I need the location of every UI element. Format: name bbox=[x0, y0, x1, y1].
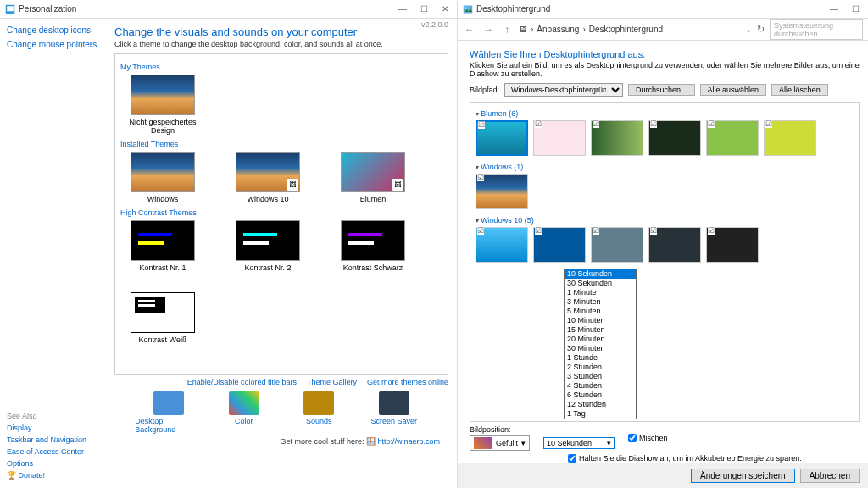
interval-option[interactable]: 1 Minute bbox=[565, 288, 636, 297]
interval-option[interactable]: 1 Tag bbox=[565, 409, 636, 419]
interval-option[interactable]: 5 Minuten bbox=[565, 307, 636, 316]
wallpaper-thumb[interactable] bbox=[533, 227, 586, 263]
interval-option[interactable]: 12 Stunden bbox=[565, 400, 636, 409]
interval-option[interactable]: 15 Minuten bbox=[565, 325, 636, 335]
see-also-link[interactable]: Ease of Access Center bbox=[7, 447, 117, 456]
personalization-window: Personalization — ☐ ✕ v2.2.0.0 Change de… bbox=[0, 0, 458, 488]
theme-link[interactable]: Get more themes online bbox=[367, 378, 448, 386]
titlebar-right: Desktophintergrund — ☐ bbox=[458, 0, 868, 19]
breadcrumb-dropdown-icon[interactable]: ⌄ bbox=[745, 25, 752, 34]
interval-option[interactable]: 6 Stunden bbox=[565, 391, 636, 400]
gallery-section-header[interactable]: Windows 10 (5) bbox=[476, 216, 854, 225]
gallery-section-header[interactable]: Windows (1) bbox=[476, 163, 854, 171]
interval-select[interactable]: 10 Sekunden▾ bbox=[543, 437, 615, 449]
bottom-action[interactable]: Color bbox=[210, 391, 278, 434]
see-also-link[interactable]: Options bbox=[7, 459, 117, 468]
sidebar-link[interactable]: Change mouse pointers bbox=[7, 40, 108, 49]
theme-label: Windows bbox=[147, 195, 179, 203]
gallery: Blumen (6)Windows (1)Windows 10 (5) 10 S… bbox=[470, 102, 860, 422]
search-input[interactable]: Systemsteuerung durchsuchen bbox=[770, 19, 863, 40]
interval-option[interactable]: 3 Stunden bbox=[565, 372, 636, 381]
position-label: Bildposition: bbox=[470, 425, 530, 434]
interval-option[interactable]: 30 Minuten bbox=[565, 344, 636, 353]
clear-all-button[interactable]: Alle löschen bbox=[771, 84, 828, 96]
interval-option[interactable]: 3 Minuten bbox=[565, 297, 636, 307]
window-title-left: Personalization bbox=[19, 4, 76, 14]
wallpaper-thumb[interactable] bbox=[591, 120, 643, 156]
theme-label: Kontrast Weiß bbox=[139, 336, 187, 344]
theme-item[interactable]: Windows bbox=[120, 152, 205, 203]
refresh-icon[interactable]: ↻ bbox=[757, 24, 765, 35]
minimize-button-r[interactable]: — bbox=[826, 4, 842, 14]
see-also-link[interactable]: Taskbar and Navigation bbox=[7, 435, 117, 444]
winaero-icon: 🪟 bbox=[366, 437, 376, 446]
theme-item[interactable]: 🖼Blumen bbox=[331, 152, 415, 203]
browse-button[interactable]: Durchsuchen... bbox=[628, 84, 695, 96]
theme-thumb bbox=[131, 220, 195, 261]
desktop-background-icon bbox=[153, 391, 184, 415]
interval-dropdown-open[interactable]: 10 Sekunden30 Sekunden1 Minute3 Minuten5… bbox=[564, 269, 637, 419]
theme-label: Kontrast Schwarz bbox=[343, 263, 403, 272]
breadcrumb[interactable]: 🖥 › Anpassung › Desktophintergrund bbox=[519, 25, 740, 34]
wallpaper-thumb[interactable] bbox=[764, 120, 816, 156]
right-heading: Wählen Sie Ihren Desktophintergrund aus. bbox=[470, 49, 860, 59]
winaero-link[interactable]: http://winaero.com bbox=[377, 437, 440, 446]
theme-item[interactable]: Kontrast Schwarz bbox=[331, 220, 415, 272]
close-button[interactable]: ✕ bbox=[438, 4, 452, 14]
theme-item[interactable]: Kontrast Nr. 1 bbox=[120, 220, 205, 272]
wallpaper-thumb[interactable] bbox=[648, 227, 701, 263]
wallpaper-thumb[interactable] bbox=[648, 120, 701, 156]
theme-item[interactable]: Nicht gespeichertes Design bbox=[120, 75, 205, 135]
forward-arrow[interactable]: → bbox=[481, 23, 495, 36]
theme-item[interactable]: 🖼Windows 10 bbox=[225, 152, 310, 203]
wallpaper-thumb[interactable] bbox=[591, 227, 643, 263]
theme-item[interactable]: Kontrast Weiß bbox=[120, 292, 205, 344]
theme-thumb: 🖼 bbox=[236, 152, 300, 192]
maximize-button[interactable]: ☐ bbox=[417, 4, 431, 14]
bottom-action-label: Sounds bbox=[306, 417, 332, 425]
interval-option[interactable]: 1 Stunde bbox=[565, 353, 636, 363]
interval-option[interactable]: 4 Stunden bbox=[565, 381, 636, 391]
theme-link[interactable]: Theme Gallery bbox=[307, 378, 357, 386]
back-arrow[interactable]: ← bbox=[463, 23, 476, 36]
see-also-link[interactable]: Display bbox=[7, 424, 117, 432]
personalization-icon bbox=[5, 4, 15, 14]
up-arrow[interactable]: ↑ bbox=[500, 23, 514, 36]
theme-label: Blumen bbox=[360, 195, 387, 203]
path-select[interactable]: Windows-Desktophintergründe bbox=[504, 83, 623, 97]
bottom-action[interactable]: Desktop Background bbox=[135, 391, 203, 434]
theme-item[interactable]: Kontrast Nr. 2 bbox=[225, 220, 310, 272]
select-all-button[interactable]: Alle auswählen bbox=[700, 84, 767, 96]
battery-checkbox[interactable] bbox=[568, 454, 576, 463]
save-button[interactable]: Änderungen speichern bbox=[691, 469, 795, 483]
wallpaper-thumb[interactable] bbox=[476, 227, 528, 263]
donate-link[interactable]: 🏆 Donate! bbox=[7, 471, 117, 480]
wallpaper-thumb[interactable] bbox=[706, 227, 759, 263]
interval-option[interactable]: 2 Stunden bbox=[565, 363, 636, 372]
theme-label: Kontrast Nr. 2 bbox=[244, 263, 291, 272]
wallpaper-thumb[interactable] bbox=[476, 174, 528, 209]
wallpaper-thumb[interactable] bbox=[533, 120, 586, 156]
maximize-button-r[interactable]: ☐ bbox=[849, 4, 863, 14]
sidebar-link[interactable]: Change desktop icons bbox=[7, 25, 108, 35]
position-select[interactable]: Gefüllt ▾ bbox=[470, 435, 530, 451]
shuffle-checkbox[interactable] bbox=[628, 434, 637, 442]
theme-link[interactable]: Enable/Disable colored title bars bbox=[187, 378, 297, 386]
minimize-button[interactable]: — bbox=[395, 4, 410, 14]
section-my-themes: My Themes bbox=[120, 63, 442, 71]
bottom-action-label: Color bbox=[235, 417, 253, 425]
cancel-button[interactable]: Abbrechen bbox=[800, 469, 860, 483]
interval-option[interactable]: 20 Minuten bbox=[565, 335, 636, 344]
wallpaper-thumb[interactable] bbox=[706, 120, 759, 156]
wallpaper-thumb[interactable] bbox=[476, 120, 528, 156]
page-subtitle: Click a theme to change the desktop back… bbox=[114, 40, 448, 48]
svg-rect-1 bbox=[7, 6, 14, 11]
bottom-action[interactable]: Screen Saver bbox=[360, 391, 428, 434]
bottom-action[interactable]: Sounds bbox=[285, 391, 353, 434]
interval-option[interactable]: 30 Sekunden bbox=[565, 279, 636, 288]
version-label: v2.2.0.0 bbox=[421, 20, 448, 29]
gallery-section-header[interactable]: Blumen (6) bbox=[476, 109, 854, 118]
interval-option[interactable]: 10 Sekunden bbox=[565, 269, 636, 279]
interval-option[interactable]: 10 Minuten bbox=[565, 316, 636, 325]
titlebar-left: Personalization — ☐ ✕ bbox=[0, 0, 457, 19]
